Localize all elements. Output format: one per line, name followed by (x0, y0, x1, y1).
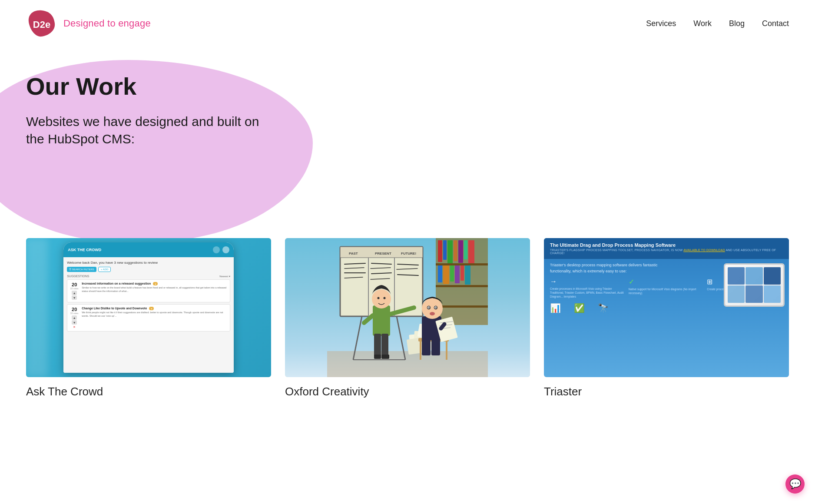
svg-rect-10 (438, 265, 442, 282)
triaster-title: Triaster (544, 385, 789, 398)
work-card-oc[interactable]: PAST PRESENT FUTURE! (285, 238, 530, 398)
triaster-tablet (724, 263, 785, 307)
svg-rect-12 (450, 265, 454, 282)
work-card-triaster[interactable]: The Ultimate Drag and Drop Process Mappi… (544, 238, 789, 398)
logo-icon: D2e (26, 8, 57, 39)
svg-rect-61 (431, 338, 440, 355)
svg-line-72 (441, 324, 444, 328)
nav-blog[interactable]: Blog (729, 19, 745, 28)
svg-rect-16 (436, 263, 488, 265)
page-title: Our Work (26, 73, 789, 100)
svg-rect-1 (327, 351, 488, 377)
svg-rect-14 (461, 265, 464, 281)
svg-rect-44 (373, 305, 390, 336)
svg-rect-5 (447, 240, 453, 264)
nav-contact[interactable]: Contact (762, 19, 789, 28)
svg-rect-60 (422, 338, 431, 355)
svg-rect-48 (381, 355, 389, 359)
triaster-header-title: The Ultimate Drag and Drop Process Mappi… (550, 242, 783, 248)
main-nav: Services Work Blog Contact (646, 19, 789, 28)
svg-rect-7 (458, 240, 463, 263)
logo-area[interactable]: D2e Designed to engage (26, 8, 151, 39)
svg-point-65 (428, 307, 430, 308)
logo-tagline: Designed to engage (63, 18, 151, 29)
svg-point-51 (384, 297, 386, 299)
svg-rect-9 (468, 240, 474, 265)
svg-text:PRESENT: PRESENT (375, 252, 391, 255)
atc-title: Ask The Crowd (26, 385, 271, 398)
svg-rect-18 (436, 305, 488, 308)
triaster-desc: Triaster's desktop process mapping softw… (550, 262, 678, 274)
svg-rect-15 (465, 265, 470, 285)
svg-rect-13 (455, 265, 460, 283)
svg-rect-47 (374, 355, 381, 359)
svg-point-49 (372, 289, 391, 308)
nav-work[interactable]: Work (693, 19, 712, 28)
svg-rect-17 (436, 285, 488, 287)
nav-services[interactable]: Services (646, 19, 676, 28)
work-card-image-atc: ASK THE CROWD Welcome back Dan, you have… (26, 238, 271, 377)
svg-rect-4 (443, 240, 447, 260)
svg-text:D2e: D2e (33, 19, 50, 30)
svg-rect-46 (381, 334, 388, 358)
header: D2e Designed to engage Services Work Blo… (0, 0, 815, 47)
work-card-image-oc: PAST PRESENT FUTURE! (285, 238, 530, 377)
hero-section: Our Work Websites we have designed and b… (0, 47, 815, 229)
svg-point-62 (422, 298, 443, 319)
svg-rect-3 (438, 240, 442, 262)
work-section: ASK THE CROWD Welcome back Dan, you have… (0, 238, 815, 433)
oc-title: Oxford Creativity (285, 385, 530, 398)
work-grid: ASK THE CROWD Welcome back Dan, you have… (26, 238, 789, 398)
work-card-atc[interactable]: ASK THE CROWD Welcome back Dan, you have… (26, 238, 271, 398)
svg-point-50 (378, 297, 380, 299)
hero-content: Our Work Websites we have designed and b… (26, 73, 789, 148)
atc-phone-frame: ASK THE CROWD Welcome back Dan, you have… (63, 242, 234, 373)
svg-point-66 (435, 307, 437, 308)
triaster-subtitle: TRIASTER'S FLAGSHIP PROCESS MAPPING TOOL… (550, 249, 783, 255)
svg-rect-8 (464, 240, 467, 259)
svg-rect-6 (454, 240, 457, 261)
svg-point-67 (430, 312, 435, 315)
svg-text:FUTURE!: FUTURE! (401, 252, 416, 255)
svg-text:PAST: PAST (349, 252, 358, 255)
svg-rect-11 (443, 265, 449, 284)
svg-rect-45 (374, 334, 381, 358)
hero-subtitle: Websites we have designed and built on t… (26, 113, 269, 148)
work-card-image-triaster: The Ultimate Drag and Drop Process Mappi… (544, 238, 789, 377)
